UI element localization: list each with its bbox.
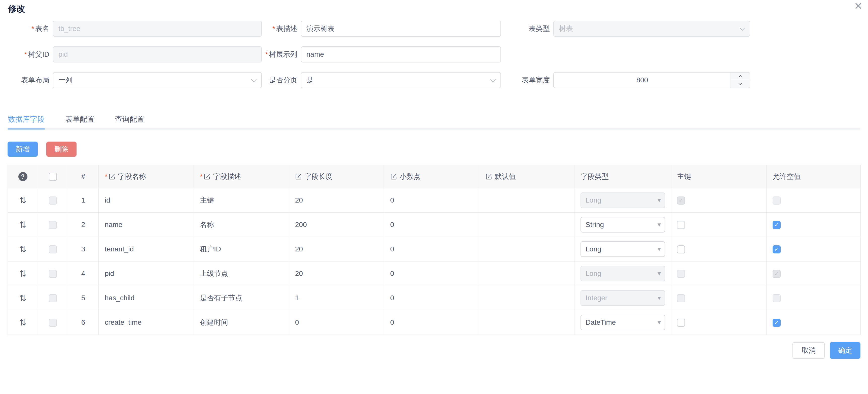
row-index-cell: 3 — [68, 237, 99, 261]
row-select-checkbox: ✓ — [49, 221, 57, 229]
number-stepper[interactable] — [731, 73, 750, 88]
close-icon[interactable]: ✕ — [854, 1, 863, 11]
field-length-cell: 20 — [289, 261, 384, 286]
chevron-down-icon — [740, 25, 745, 31]
row-select-checkbox: ✓ — [49, 197, 57, 204]
confirm-button[interactable]: 确定 — [830, 342, 861, 359]
form-layout-value: 一列 — [58, 75, 72, 85]
tab-query-config[interactable]: 查询配置 — [115, 114, 145, 129]
edit-icon — [295, 173, 302, 180]
drag-handle-icon[interactable]: ⇅ — [19, 269, 26, 279]
chevron-down-icon — [490, 77, 496, 82]
drag-handle-icon[interactable]: ⇅ — [19, 195, 26, 205]
row-select-checkbox: ✓ — [49, 245, 57, 253]
dropdown-triangle-icon: ▼ — [657, 320, 661, 325]
edit-icon — [108, 173, 116, 180]
pagination-value: 是 — [306, 75, 313, 85]
help-icon[interactable]: ? — [19, 172, 27, 181]
tab-form-config[interactable]: 表单配置 — [65, 114, 95, 129]
field-default-cell — [479, 237, 575, 261]
table-row: ⇅ ✓ 1 id 主键 20 0 Long ▼ ✓ ✓ — [8, 188, 861, 213]
field-length-cell: 200 — [289, 213, 384, 237]
row-select-checkbox: ✓ — [49, 319, 57, 327]
field-length-cell: 20 — [289, 188, 384, 213]
pagination-label: 是否分页 — [262, 75, 301, 85]
form-width-input[interactable] — [554, 73, 731, 88]
chevron-up-icon — [739, 75, 742, 79]
form-row-1: *表名 *表描述 表类型 树表 — [0, 21, 868, 37]
required-asterisk: * — [272, 25, 275, 32]
fields-table: ? ✓ # * 字段名称 * 字段描述 字段长度 — [7, 165, 861, 335]
field-length-cell: 20 — [289, 237, 384, 261]
table-desc-input[interactable] — [301, 21, 501, 37]
table-type-select: 树表 — [553, 21, 750, 37]
dropdown-triangle-icon: ▼ — [657, 247, 661, 252]
field-desc-cell: 租户ID — [194, 237, 289, 261]
edit-icon — [390, 173, 397, 180]
drag-handle-icon[interactable]: ⇅ — [19, 317, 26, 328]
select-all-checkbox[interactable]: ✓ — [49, 173, 57, 181]
field-type-select[interactable]: String ▼ — [581, 217, 665, 232]
table-desc-label: *表描述 — [262, 24, 301, 33]
tree-display-input[interactable] — [301, 46, 501, 62]
pk-checkbox[interactable]: ✓ — [677, 319, 685, 327]
field-default-cell — [479, 213, 575, 237]
field-type-select[interactable]: Long ▼ — [581, 241, 665, 257]
dropdown-triangle-icon: ▼ — [657, 271, 661, 276]
increment-button[interactable] — [731, 73, 750, 80]
nullable-checkbox[interactable]: ✓ — [773, 319, 781, 327]
table-type-label: 表类型 — [501, 24, 553, 33]
field-decimal-cell: 0 — [384, 237, 479, 261]
table-row: ⇅ ✓ 4 pid 上级节点 20 0 Long ▼ ✓ ✓ — [8, 261, 861, 286]
form-width-stepper[interactable] — [553, 72, 750, 88]
nullable-checkbox: ✓ — [773, 270, 781, 278]
cancel-button[interactable]: 取消 — [793, 342, 825, 359]
decrement-button[interactable] — [731, 80, 750, 88]
length-column-header: 字段长度 — [289, 165, 384, 188]
table-row: ⇅ ✓ 2 name 名称 200 0 String ▼ ✓ ✓ — [8, 213, 861, 237]
nullable-checkbox[interactable]: ✓ — [773, 245, 781, 253]
field-default-cell — [479, 286, 575, 310]
form-row-2: *树父ID *树展示列 — [0, 46, 868, 62]
required-asterisk: * — [200, 173, 203, 180]
required-asterisk: * — [31, 25, 34, 32]
drag-handle-icon[interactable]: ⇅ — [19, 220, 26, 230]
index-column-header: # — [68, 165, 99, 188]
pk-checkbox[interactable]: ✓ — [677, 245, 685, 253]
delete-button[interactable]: 删除 — [46, 142, 76, 157]
required-asterisk: * — [265, 50, 268, 58]
nullable-checkbox[interactable]: ✓ — [773, 221, 781, 229]
pk-checkbox: ✓ — [677, 270, 685, 278]
dropdown-triangle-icon: ▼ — [657, 222, 661, 227]
drag-handle-icon[interactable]: ⇅ — [19, 293, 26, 303]
table-row: ⇅ ✓ 6 create_time 创建时间 0 0 DateTime ▼ ✓ … — [8, 310, 861, 335]
chevron-down-icon — [251, 77, 256, 82]
desc-column-header: * 字段描述 — [194, 165, 289, 188]
row-select-checkbox: ✓ — [49, 270, 57, 278]
dropdown-triangle-icon: ▼ — [657, 296, 661, 301]
drag-handle-icon[interactable]: ⇅ — [19, 244, 26, 254]
field-type-select[interactable]: DateTime ▼ — [581, 315, 665, 330]
field-length-cell: 0 — [289, 310, 384, 335]
pagination-select[interactable]: 是 — [301, 72, 501, 88]
form-layout-label: 表单布局 — [0, 75, 53, 85]
decimal-column-header: 小数点 — [384, 165, 479, 188]
field-name-cell: has_child — [99, 286, 194, 310]
form-layout-select[interactable]: 一列 — [53, 72, 262, 88]
field-decimal-cell: 0 — [384, 286, 479, 310]
field-desc-cell: 上级节点 — [194, 261, 289, 286]
row-index-cell: 4 — [68, 261, 99, 286]
chevron-down-icon — [739, 82, 742, 85]
add-button[interactable]: 新增 — [7, 142, 38, 157]
field-desc-cell: 创建时间 — [194, 310, 289, 335]
table-toolbar: 新增 删除 — [7, 142, 76, 157]
field-name-cell: name — [99, 213, 194, 237]
field-type-select: Integer ▼ — [581, 290, 665, 306]
dialog-footer: 取消 确定 — [793, 342, 861, 359]
field-desc-cell: 名称 — [194, 213, 289, 237]
table-type-value: 树表 — [559, 24, 573, 33]
pk-checkbox[interactable]: ✓ — [677, 221, 685, 229]
field-desc-cell: 主键 — [194, 188, 289, 213]
tab-database-fields[interactable]: 数据库字段 — [7, 114, 45, 129]
row-index-cell: 6 — [68, 310, 99, 335]
